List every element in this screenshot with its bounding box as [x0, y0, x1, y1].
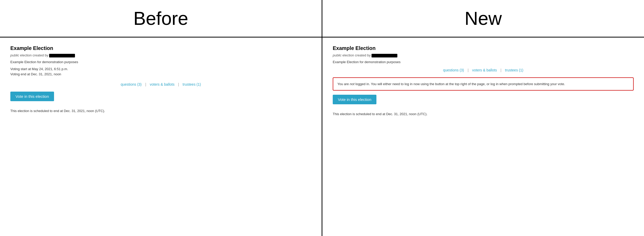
before-separator-1: | — [145, 82, 146, 86]
header-row: Before New — [0, 0, 644, 38]
before-voting-end: Voting end at Dec. 31, 2021, noon — [10, 72, 311, 77]
before-separator-2: | — [178, 82, 179, 86]
not-logged-in-italic: not — [350, 82, 354, 86]
new-footer: This election is scheduled to end at Dec… — [333, 112, 634, 116]
new-created-by: election created by — [343, 53, 371, 57]
before-public-label: public — [10, 53, 19, 57]
not-logged-in-box: You are not logged in. You will either n… — [333, 77, 634, 91]
new-description: Example Election for demonstration purpo… — [333, 60, 634, 64]
page-layout: Before New Example Election public elect… — [0, 0, 644, 236]
before-author-redacted — [49, 54, 75, 57]
before-footer: This election is scheduled to end at Dec… — [10, 109, 311, 113]
new-election-title: Example Election — [333, 45, 634, 51]
new-panel: Example Election public election created… — [322, 38, 644, 236]
before-voters-ballots-link[interactable]: voters & ballots — [150, 82, 175, 86]
before-questions-link[interactable]: questions (3) — [121, 82, 142, 86]
before-election-title: Example Election — [10, 45, 311, 51]
before-trustees-link[interactable]: trustees (1) — [183, 82, 201, 86]
before-title: Before — [133, 8, 188, 29]
before-election-links: questions (3) | voters & ballots | trust… — [10, 82, 311, 86]
content-row: Example Election public election created… — [0, 38, 644, 236]
new-title: New — [465, 8, 502, 29]
before-election-meta: public election created by — [10, 53, 311, 57]
before-created-by: election created by — [20, 53, 48, 57]
new-author-redacted — [372, 54, 397, 57]
not-logged-in-prefix: You are — [337, 82, 350, 86]
new-public-label: public — [333, 53, 342, 57]
before-panel: Example Election public election created… — [0, 38, 322, 236]
new-voters-ballots-link[interactable]: voters & ballots — [472, 68, 497, 72]
before-header-cell: Before — [0, 0, 322, 37]
new-separator-1: | — [468, 68, 469, 72]
new-trustees-link[interactable]: trustees (1) — [505, 68, 523, 72]
before-description: Example Election for demonstration purpo… — [10, 60, 311, 64]
new-header-cell: New — [322, 0, 644, 37]
new-election-meta: public election created by — [333, 53, 634, 57]
new-election-links: questions (3) | voters & ballots | trust… — [333, 68, 634, 72]
new-separator-2: | — [501, 68, 502, 72]
before-voting-start: Voting start at May 24, 2021, 6:51 p.m. — [10, 67, 311, 72]
new-questions-link[interactable]: questions (3) — [443, 68, 464, 72]
new-vote-button[interactable]: Vote in this election — [333, 95, 376, 104]
not-logged-in-suffix: logged in. You will either need to log i… — [354, 82, 565, 86]
before-vote-button[interactable]: Vote in this election — [10, 92, 54, 101]
before-dates: Voting start at May 24, 2021, 6:51 p.m. … — [10, 67, 311, 77]
